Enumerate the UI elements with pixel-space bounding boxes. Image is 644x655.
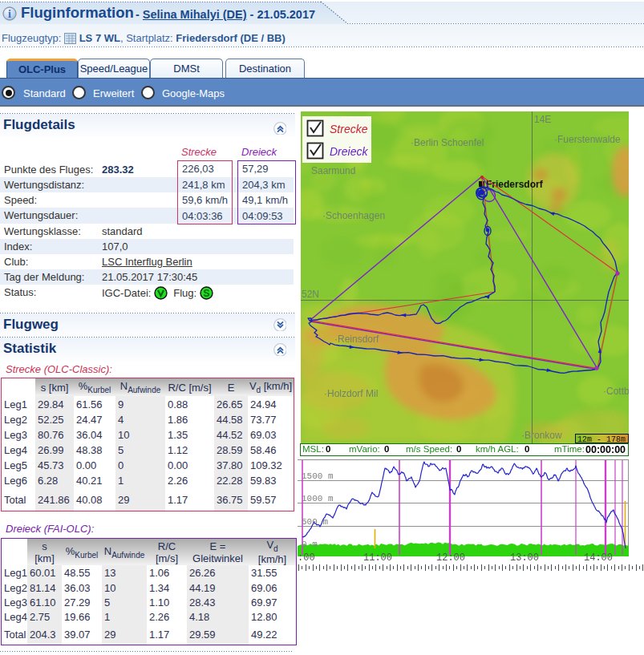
svg-text:1000 m: 1000 m bbox=[302, 494, 334, 503]
svg-text:0 m: 0 m bbox=[302, 540, 318, 549]
svg-text:·Bronkow: ·Bronkow bbox=[521, 430, 562, 441]
svg-text:·Holzdorf Mil: ·Holzdorf Mil bbox=[324, 388, 378, 399]
svg-text:12:00: 12:00 bbox=[436, 552, 465, 561]
svg-text:Saarmund: Saarmund bbox=[311, 165, 355, 176]
svg-text:52N: 52N bbox=[302, 289, 319, 300]
svg-text:Friedersdorf: Friedersdorf bbox=[486, 179, 544, 190]
svg-text:12m - 178m: 12m - 178m bbox=[577, 435, 626, 444]
svg-text:14:00: 14:00 bbox=[584, 552, 613, 561]
svg-text:·Schoenhagen: ·Schoenhagen bbox=[322, 210, 385, 221]
svg-text:S: S bbox=[203, 288, 209, 299]
svg-text:14E: 14E bbox=[534, 114, 551, 125]
svg-text:Dreieck: Dreieck bbox=[330, 145, 368, 158]
svg-text:·Cottb: ·Cottb bbox=[603, 386, 629, 397]
svg-text:Strecke: Strecke bbox=[330, 123, 368, 135]
svg-text:1500 m: 1500 m bbox=[302, 471, 334, 481]
svg-text:13:00: 13:00 bbox=[510, 552, 539, 561]
svg-text:·Reinsdorf: ·Reinsdorf bbox=[334, 334, 379, 345]
svg-text:500 m: 500 m bbox=[302, 517, 328, 527]
svg-text:·Fuerstenwalde: ·Fuerstenwalde bbox=[554, 134, 621, 145]
svg-text:·Berlin Schoenfel: ·Berlin Schoenfel bbox=[411, 137, 484, 148]
svg-text:i: i bbox=[8, 8, 11, 20]
svg-text::00: :00 bbox=[298, 552, 315, 561]
svg-text:11:00: 11:00 bbox=[363, 552, 392, 561]
